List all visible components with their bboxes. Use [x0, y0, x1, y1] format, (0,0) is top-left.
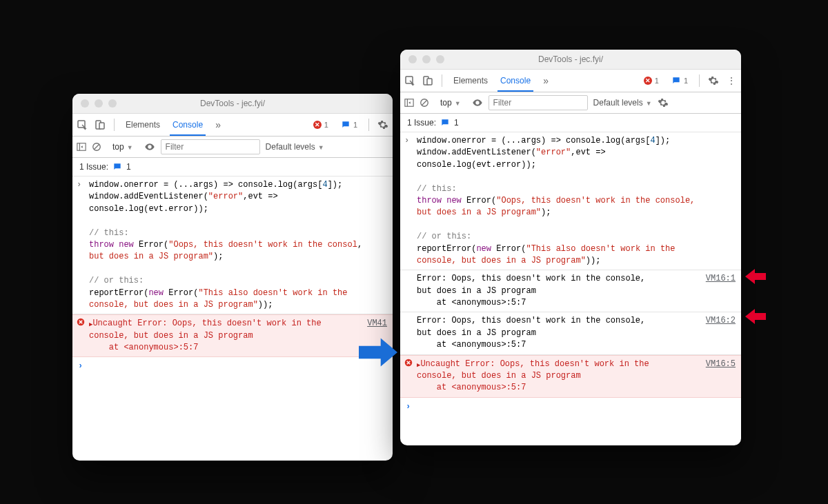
log-levels-label: Default levels [266, 142, 315, 152]
gear-icon[interactable] [377, 119, 388, 130]
filter-input[interactable] [489, 95, 588, 110]
titlebar: DevTools - jec.fyi/ [400, 50, 741, 70]
device-icon[interactable] [95, 119, 106, 130]
log-text: Error: Oops, this doesn't work in the co… [417, 315, 702, 351]
svg-rect-2 [99, 123, 104, 129]
console-prompt[interactable]: › [400, 398, 741, 416]
traffic-lights[interactable] [81, 99, 117, 108]
issues-count: 1 [126, 162, 131, 172]
clear-icon[interactable] [92, 142, 101, 152]
console-prompt[interactable]: › [72, 357, 393, 375]
log-source-link[interactable]: VM16:1 [706, 273, 736, 285]
svg-rect-10 [427, 79, 432, 85]
close-dot[interactable] [408, 55, 417, 63]
error-count: 1 [655, 77, 659, 85]
more-tabs-icon[interactable]: » [213, 119, 224, 130]
issues-count: 1 [454, 118, 459, 128]
annotation-arrow-red [745, 309, 766, 324]
kebab-icon[interactable]: ⋮ [726, 75, 737, 86]
log-source-link[interactable]: VM16:2 [706, 315, 736, 327]
error-count-badge[interactable]: ✕ 1 [641, 77, 662, 85]
console-error-entry: ▶Uncaught Error: Oops, this doesn't work… [400, 355, 741, 398]
console-body: › window.onerror = (...args) => console.… [400, 132, 741, 445]
message-count-badge[interactable]: 1 [338, 120, 360, 130]
console-error-entry: ▶Uncaught Error: Oops, this doesn't work… [72, 314, 393, 357]
window-title: DevTools - jec.fyi/ [72, 99, 393, 108]
error-icon [404, 359, 413, 367]
log-levels[interactable]: Default levels ▼ [266, 142, 324, 152]
annotation-arrow-red [745, 269, 766, 284]
more-tabs-icon[interactable]: » [540, 75, 551, 86]
log-levels-label: Default levels [593, 98, 643, 108]
error-text: ▶Uncaught Error: Oops, this doesn't work… [89, 318, 363, 354]
console-input-entry: › window.onerror = (...args) => console.… [72, 177, 393, 314]
clear-icon[interactable] [420, 98, 429, 108]
prompt-icon: › [404, 135, 413, 147]
console-body: › window.onerror = (...args) => console.… [72, 177, 393, 461]
gear-icon[interactable] [658, 97, 669, 108]
zoom-dot[interactable] [436, 55, 444, 63]
chevron-down-icon: ▼ [127, 144, 133, 151]
console-input-entry: › window.onerror = (...args) => console.… [400, 132, 741, 270]
prompt-icon: › [78, 361, 83, 371]
message-count: 1 [684, 77, 688, 85]
window-title: DevTools - jec.fyi/ [400, 54, 741, 64]
error-count-badge[interactable]: ✕ 1 [310, 121, 331, 129]
issues-label: 1 Issue: [79, 162, 108, 172]
minimize-dot[interactable] [95, 99, 103, 108]
console-toolbar: top ▼ Default levels ▼ [400, 92, 741, 114]
zoom-dot[interactable] [108, 99, 117, 108]
error-icon: ✕ [313, 121, 322, 129]
devtools-window-right: DevTools - jec.fyi/ Elements Console » ✕… [400, 50, 741, 445]
console-toolbar: top ▼ Default levels ▼ [72, 137, 393, 158]
inspect-icon[interactable] [77, 119, 88, 130]
devtools-window-left: DevTools - jec.fyi/ Elements Console » ✕… [72, 94, 393, 461]
prompt-icon: › [406, 402, 411, 412]
tabbar: Elements Console » ✕ 1 1 [72, 114, 393, 137]
message-icon [440, 118, 450, 128]
minimize-dot[interactable] [422, 55, 431, 63]
message-icon [671, 76, 681, 85]
context-selector[interactable]: top ▼ [112, 142, 133, 152]
error-text: ▶Uncaught Error: Oops, this doesn't work… [417, 359, 702, 394]
sidebar-toggle-icon[interactable] [404, 98, 414, 108]
error-icon [77, 318, 85, 326]
annotation-arrow-blue [359, 338, 397, 367]
error-count: 1 [324, 121, 328, 129]
error-icon: ✕ [644, 77, 652, 85]
traffic-lights[interactable] [408, 55, 444, 63]
message-count-badge[interactable]: 1 [669, 76, 691, 85]
message-count: 1 [353, 121, 357, 129]
chevron-down-icon: ▼ [455, 100, 461, 107]
console-log-entry: Error: Oops, this doesn't work in the co… [400, 270, 741, 312]
log-text: Error: Oops, this doesn't work in the co… [417, 273, 702, 309]
message-icon [112, 162, 122, 172]
context-selector[interactable]: top ▼ [440, 98, 461, 108]
log-levels[interactable]: Default levels ▼ [593, 98, 652, 108]
filter-input[interactable] [161, 139, 260, 154]
gear-icon[interactable] [708, 75, 719, 86]
issues-bar[interactable]: 1 Issue: 1 [400, 114, 741, 132]
message-icon [341, 120, 351, 130]
issues-bar[interactable]: 1 Issue: 1 [72, 158, 393, 177]
svg-line-14 [422, 101, 427, 105]
device-icon[interactable] [422, 75, 433, 86]
issues-label: 1 Issue: [407, 118, 436, 128]
sidebar-toggle-icon[interactable] [77, 142, 86, 152]
context-label: top [112, 142, 124, 152]
tab-elements[interactable]: Elements [123, 114, 163, 136]
error-source-link[interactable]: VM41 [367, 318, 387, 330]
console-log-entry: Error: Oops, this doesn't work in the co… [400, 312, 741, 354]
eye-icon[interactable] [472, 97, 483, 108]
tab-elements[interactable]: Elements [451, 70, 491, 92]
inspect-icon[interactable] [404, 75, 415, 86]
chevron-down-icon: ▼ [318, 144, 324, 151]
close-dot[interactable] [81, 99, 89, 108]
eye-icon[interactable] [144, 141, 155, 152]
error-source-link[interactable]: VM16:5 [706, 359, 736, 370]
console-code: window.onerror = (...args) => console.lo… [89, 179, 387, 311]
tab-console[interactable]: Console [497, 70, 533, 92]
context-label: top [440, 98, 452, 108]
tab-console[interactable]: Console [170, 114, 206, 136]
chevron-down-icon: ▼ [646, 100, 652, 107]
